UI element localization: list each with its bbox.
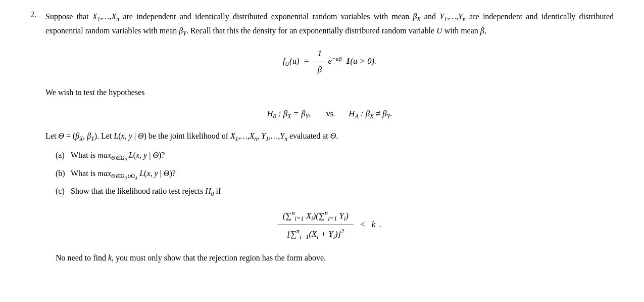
problem-content: Suppose that X1,…,Xn are independent and… [45, 10, 614, 269]
problem-number: 2. [30, 10, 45, 269]
note-text: No need to find k, you must only show th… [56, 251, 614, 265]
sub-problem-a: (a) What is maxΘ∈Ω0 L(x, y | Θ)? [56, 149, 614, 164]
density-formula-text: fU(u) = 1 β e−u⁄β 1(u > 0). [283, 46, 377, 78]
sub-label-b: (b) [56, 167, 71, 180]
density-fraction: 1 β [314, 46, 326, 78]
hypotheses-intro-text: We wish to test the hypotheses [45, 86, 614, 99]
sub-label-c: (c) [56, 185, 71, 198]
HA-text: HA : βX ≠ βY. [349, 107, 392, 122]
ratio-fraction: (∑ni=1 Xi)(∑ni=1 Yi) [∑ni=1(Xi + Yi)]2 [278, 207, 354, 243]
sub-problems: (a) What is maxΘ∈Ω0 L(x, y | Θ)? (b) Wha… [56, 149, 614, 199]
theta-intro-text: Let Θ = (βX, βY). Let L(x, y | Θ) be the… [45, 130, 614, 144]
density-formula: fU(u) = 1 β e−u⁄β 1(u > 0). [45, 46, 614, 78]
sub-label-a: (a) [56, 149, 71, 162]
ratio-formula-block: (∑ni=1 Xi)(∑ni=1 Yi) [∑ni=1(Xi + Yi)]2 <… [45, 207, 614, 243]
ratio-formula-expr: (∑ni=1 Xi)(∑ni=1 Yi) [∑ni=1(Xi + Yi)]2 <… [278, 207, 382, 243]
sub-problem-b: (b) What is maxΘ∈Ω0∪ΩA L(x, y | Θ)? [56, 167, 614, 182]
intro-text: Suppose that X1,…,Xn are independent and… [45, 10, 614, 38]
sub-content-c: Show that the likelihood ratio test reje… [71, 185, 614, 199]
hypotheses-block: H0 : βX = βY, vs HA : βX ≠ βY. [45, 107, 614, 122]
sub-content-b: What is maxΘ∈Ω0∪ΩA L(x, y | Θ)? [71, 167, 614, 182]
sub-content-a: What is maxΘ∈Ω0 L(x, y | Θ)? [71, 149, 614, 164]
sub-problem-c: (c) Show that the likelihood ratio test … [56, 185, 614, 199]
problem-container: 2. Suppose that X1,…,Xn are independent … [30, 10, 614, 269]
H0-text: H0 : βX = βY, [267, 107, 311, 122]
vs-text: vs [326, 107, 333, 121]
